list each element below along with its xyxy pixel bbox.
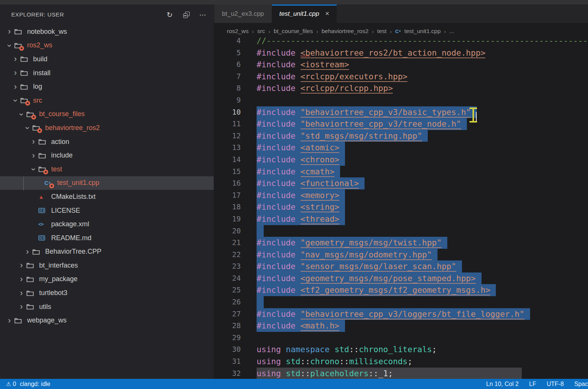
code-line-content: #include <math.h> — [257, 320, 345, 332]
code-line[interactable]: 12#include "std_msgs/msg/string.hpp" — [214, 130, 588, 142]
breadcrumb-item-src[interactable]: src — [257, 28, 265, 35]
tree-item-log[interactable]: ›log — [0, 80, 214, 94]
code-line[interactable]: 32using std::placeholders::_1; — [214, 368, 588, 379]
clangd-status[interactable]: clangd: idle — [20, 381, 50, 387]
tree-item-package-xml[interactable]: ›<>package.xml — [0, 217, 214, 231]
tree-item-bt-interfaces[interactable]: ›bt_interfaces — [0, 259, 214, 272]
code-line[interactable]: 29 — [214, 332, 588, 344]
chevron-right-icon[interactable]: › — [17, 289, 26, 297]
tree-item-utils[interactable]: ›utils — [0, 300, 214, 314]
code-line[interactable]: 27#include "behaviortree_cpp_v3/loggers/… — [214, 308, 588, 320]
refresh-icon[interactable]: ↻ — [164, 9, 175, 20]
tree-item-include[interactable]: ›include — [0, 148, 214, 162]
code-line[interactable]: 8#include <rclcpp/rclcpp.hpp> — [214, 82, 588, 94]
problems-indicator[interactable]: ⚠ 0 — [6, 381, 16, 387]
chevron-right-icon[interactable]: › — [17, 303, 26, 311]
chevron-down-icon[interactable]: › — [29, 165, 38, 174]
git-modified-badge — [19, 46, 24, 51]
tree-item-readme-md[interactable]: ›README.md — [0, 231, 214, 245]
tab-test-unit1-cpp[interactable]: test_unit1.cpp× — [272, 5, 337, 23]
code-editor[interactable]: 4//-------------------------------------… — [214, 35, 588, 379]
tree-item-ros2-ws[interactable]: ›ros2_ws — [0, 39, 214, 53]
indent-indicator[interactable]: Spac — [574, 381, 588, 387]
code-line[interactable]: 26 — [214, 296, 588, 308]
chevron-down-icon[interactable]: › — [23, 123, 32, 133]
chevron-right-icon[interactable]: › — [5, 316, 14, 325]
tree-item-license[interactable]: ›LICENSE — [0, 204, 214, 218]
code-line[interactable]: 14#include <chrono> — [214, 154, 588, 166]
tab-bt-u2-ex3-cpp[interactable]: bt_u2_ex3.cpp — [214, 5, 272, 23]
tree-item-behaviortree-ros2[interactable]: ›behaviortree_ros2 — [0, 121, 214, 135]
chevron-down-icon[interactable]: › — [17, 109, 26, 119]
code-line[interactable]: 15#include <cmath> — [214, 166, 588, 178]
tree-item-webpage-ws[interactable]: ›webpage_ws — [0, 313, 214, 327]
code-line[interactable]: 16#include <functional> — [214, 177, 588, 189]
code-line[interactable]: 6#include <iostream> — [214, 59, 588, 71]
code-line[interactable]: 11#include "behaviortree_cpp_v3/tree_nod… — [214, 118, 588, 130]
breadcrumb-item-behaviortree-ros2[interactable]: behaviortree_ros2 — [322, 28, 369, 35]
chevron-right-icon[interactable]: › — [29, 138, 38, 146]
code-line[interactable]: 18#include <string> — [214, 201, 588, 213]
code-line[interactable]: 20 — [214, 225, 588, 237]
tree-item-turtlebot3[interactable]: ›turtlebot3 — [0, 286, 214, 300]
file-tree: ›notebook_ws›ros2_ws›build›install›log›s… — [0, 25, 214, 327]
tree-item-label: bt_course_files — [39, 110, 85, 118]
code-line[interactable]: 19#include <thread> — [214, 213, 588, 225]
tree-item-src[interactable]: ›src — [0, 94, 214, 107]
line-number: 15 — [214, 166, 241, 178]
code-line[interactable]: 10#include "behaviortree_cpp_v3/basic_ty… — [214, 106, 588, 118]
code-line[interactable]: 17#include <memory> — [214, 189, 588, 201]
tree-item-my-package[interactable]: ›my_package — [0, 272, 214, 286]
code-line[interactable]: 7#include <rclcpp/executors.hpp> — [214, 71, 588, 83]
tab-label: test_unit1.cpp — [280, 10, 319, 18]
chevron-right-icon[interactable]: › — [17, 261, 26, 269]
code-line[interactable]: 21#include "geometry_msgs/msg/twist.hpp" — [214, 237, 588, 249]
tree-item-test-unit1-cpp[interactable]: ›C+test_unit1.cpp — [0, 176, 214, 190]
code-line[interactable]: 30using namespace std::chrono_literals; — [214, 344, 588, 356]
code-line[interactable]: 5#include <behaviortree_ros2/bt_action_n… — [214, 47, 588, 59]
eol-indicator[interactable]: LF — [529, 381, 536, 387]
encoding-indicator[interactable]: UTF-8 — [547, 381, 564, 387]
code-line[interactable]: 28#include <math.h> — [214, 320, 588, 332]
code-line[interactable]: 23#include "sensor_msgs/msg/laser_scan.h… — [214, 260, 588, 272]
folder-icon — [26, 303, 37, 311]
breadcrumb-overflow[interactable]: ... — [449, 28, 454, 35]
breadcrumb-item-ros2-ws[interactable]: ros2_ws — [227, 28, 249, 35]
tree-item-bt-course-files[interactable]: ›bt_course_files — [0, 107, 214, 121]
tree-item-notebook-ws[interactable]: ›notebook_ws — [0, 25, 214, 39]
chevron-right-icon[interactable]: › — [29, 151, 38, 160]
code-line[interactable]: 22#include "nav_msgs/msg/odometry.hpp" — [214, 249, 588, 261]
chevron-right-icon[interactable]: › — [11, 55, 20, 63]
folder-icon — [32, 124, 43, 132]
folder-icon — [20, 55, 31, 63]
chevron-right-icon[interactable]: › — [17, 275, 26, 283]
cursor-position[interactable]: Ln 10, Col 2 — [486, 381, 518, 387]
tree-item-behaviortree-cpp[interactable]: ›BehaviorTree.CPP — [0, 245, 214, 259]
code-line[interactable]: 25#include <tf2_geometry_msgs/tf2_geomet… — [214, 284, 588, 296]
close-icon[interactable]: × — [325, 10, 329, 18]
code-line[interactable]: 13#include <atomic> — [214, 142, 588, 154]
tree-item-test[interactable]: ›test — [0, 162, 214, 176]
tree-item-cmakelists-txt[interactable]: ›▲CMakeLists.txt — [0, 190, 214, 204]
tree-item-action[interactable]: ›action — [0, 135, 214, 149]
chevron-right-icon[interactable]: › — [11, 69, 20, 77]
breadcrumb-item-bt-course-files[interactable]: bt_course_files — [273, 28, 313, 35]
xml-file-icon: <> — [38, 220, 49, 229]
chevron-down-icon[interactable]: › — [5, 41, 14, 50]
code-line[interactable]: 31using std::chrono::milliseconds; — [214, 356, 588, 368]
chevron-right-icon[interactable]: › — [5, 27, 14, 36]
breadcrumb-item-test[interactable]: test — [377, 28, 387, 35]
chevron-down-icon[interactable]: › — [11, 96, 20, 106]
collapse-all-icon[interactable] — [181, 9, 192, 20]
chevron-right-icon[interactable]: › — [23, 248, 32, 256]
code-line-content: #include <tf2_geometry_msgs/tf2_geometry… — [257, 284, 496, 296]
code-line[interactable]: 9 — [214, 94, 588, 106]
chevron-right-icon[interactable]: › — [11, 83, 20, 91]
tree-item-install[interactable]: ›install — [0, 66, 214, 80]
tree-item-build[interactable]: ›build — [0, 52, 214, 66]
code-line[interactable]: 4//-------------------------------------… — [214, 35, 588, 47]
breadcrumb-file[interactable]: test_unit1.cpp — [404, 28, 441, 35]
code-line-content: #include "nav_msgs/msg/odometry.hpp" — [257, 249, 438, 261]
more-actions-icon[interactable]: ⋯ — [197, 9, 208, 20]
code-line[interactable]: 24#include <geometry_msgs/msg/pose_stamp… — [214, 272, 588, 285]
